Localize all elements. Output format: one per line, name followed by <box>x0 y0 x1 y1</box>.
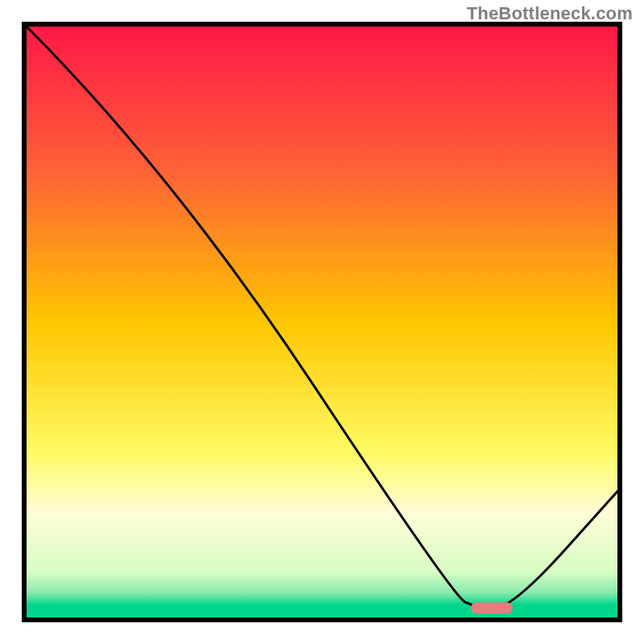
chart-container: TheBottleneck.com <box>0 0 644 644</box>
optimal-marker <box>471 602 513 613</box>
bottleneck-chart <box>0 0 644 644</box>
plot-area <box>24 24 620 620</box>
watermark-text: TheBottleneck.com <box>467 3 633 24</box>
